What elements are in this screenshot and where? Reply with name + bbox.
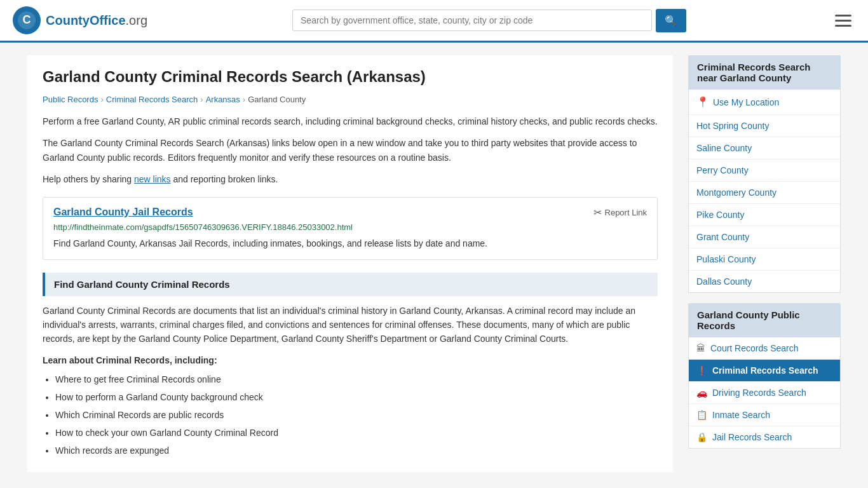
record-type-icon: ❗ bbox=[696, 365, 707, 376]
description-3: Help others by sharing new links and rep… bbox=[43, 172, 658, 186]
record-card-title[interactable]: Garland County Jail Records bbox=[53, 207, 193, 218]
learn-list-item: Which Criminal Records are public record… bbox=[55, 406, 658, 424]
logo-text: CountyOffice.org bbox=[46, 13, 147, 28]
nearby-section: Criminal Records Search near Garland Cou… bbox=[688, 55, 841, 293]
find-section-text: Garland County Criminal Records are docu… bbox=[43, 304, 658, 346]
nearby-county-item[interactable]: Pike County bbox=[689, 204, 840, 226]
public-records-section: Garland County Public Records 🏛Court Rec… bbox=[688, 303, 841, 449]
hamburger-line bbox=[835, 20, 851, 22]
hamburger-menu-button[interactable] bbox=[831, 11, 855, 30]
record-card-description: Find Garland County, Arkansas Jail Recor… bbox=[53, 237, 647, 250]
public-records-item[interactable]: 🔒Jail Records Search bbox=[689, 426, 840, 448]
breadcrumb-arkansas[interactable]: Arkansas bbox=[206, 95, 240, 104]
nearby-county-item[interactable]: Dallas County bbox=[689, 271, 840, 292]
public-records-heading: Garland County Public Records bbox=[688, 303, 841, 337]
learn-list: Where to get free Criminal Records onlin… bbox=[43, 370, 658, 459]
nearby-county-item[interactable]: Grant County bbox=[689, 226, 840, 248]
desc3-prefix: Help others by sharing bbox=[43, 174, 134, 184]
public-records-items: 🏛Court Records Search❗Criminal Records S… bbox=[688, 337, 841, 449]
nearby-county-item[interactable]: Perry County bbox=[689, 159, 840, 182]
record-type-icon: 🚗 bbox=[696, 388, 707, 398]
header: C CountyOffice.org 🔍 bbox=[0, 0, 868, 43]
record-card-url: http://findtheinmate.com/gsapdfs/1565074… bbox=[53, 222, 647, 232]
description-1: Perform a free Garland County, AR public… bbox=[43, 114, 658, 128]
logo-area: C CountyOffice.org bbox=[13, 6, 147, 34]
nearby-items: 📍 Use My Location Hot Spring CountySalin… bbox=[688, 90, 841, 293]
breadcrumb-sep: › bbox=[243, 95, 245, 104]
hamburger-line bbox=[835, 25, 851, 27]
record-type-icon: 🔒 bbox=[696, 432, 707, 442]
report-link-button[interactable]: ✂ Report Link bbox=[593, 207, 647, 219]
page-title: Garland County Criminal Records Search (… bbox=[43, 68, 658, 86]
new-links-link[interactable]: new links bbox=[134, 174, 171, 184]
nearby-list: Hot Spring CountySaline CountyPerry Coun… bbox=[689, 115, 840, 292]
location-pin-icon: 📍 bbox=[696, 96, 709, 108]
learn-list-item: How to check your own Garland County Cri… bbox=[55, 424, 658, 442]
breadcrumb-public-records[interactable]: Public Records bbox=[43, 95, 98, 104]
public-record-link[interactable]: Jail Records Search bbox=[712, 432, 792, 442]
learn-list-item: Where to get free Criminal Records onlin… bbox=[55, 370, 658, 388]
public-records-item[interactable]: 🏛Court Records Search bbox=[689, 337, 840, 360]
breadcrumb-current: Garland County bbox=[248, 95, 306, 104]
learn-list-item: How to perform a Garland County backgrou… bbox=[55, 388, 658, 406]
nearby-county-item[interactable]: Saline County bbox=[689, 137, 840, 159]
nearby-county-item[interactable]: Hot Spring County bbox=[689, 115, 840, 137]
public-record-link[interactable]: Court Records Search bbox=[710, 343, 799, 353]
nearby-county-link[interactable]: Perry County bbox=[696, 165, 749, 175]
use-location-item[interactable]: 📍 Use My Location bbox=[689, 90, 840, 115]
public-record-link[interactable]: Inmate Search bbox=[712, 410, 770, 420]
record-type-icon: 📋 bbox=[696, 410, 707, 420]
learn-title: Learn about Criminal Records, including: bbox=[43, 355, 658, 365]
nearby-heading: Criminal Records Search near Garland Cou… bbox=[688, 55, 841, 90]
nearby-county-item[interactable]: Pulaski County bbox=[689, 248, 840, 271]
hamburger-line bbox=[835, 15, 851, 17]
record-card: Garland County Jail Records ✂ Report Lin… bbox=[43, 197, 658, 260]
desc3-suffix: and reporting broken links. bbox=[171, 174, 278, 184]
breadcrumb-criminal-records[interactable]: Criminal Records Search bbox=[106, 95, 198, 104]
nearby-county-link[interactable]: Saline County bbox=[696, 143, 752, 153]
public-record-link[interactable]: Criminal Records Search bbox=[712, 365, 818, 376]
public-records-item[interactable]: 🚗Driving Records Search bbox=[689, 382, 840, 404]
nearby-county-link[interactable]: Hot Spring County bbox=[696, 121, 769, 131]
scissors-icon: ✂ bbox=[593, 207, 602, 219]
search-area: 🔍 bbox=[292, 9, 686, 32]
svg-text:C: C bbox=[23, 13, 31, 26]
nearby-county-link[interactable]: Grant County bbox=[696, 232, 749, 242]
logo-icon: C bbox=[13, 6, 41, 34]
nearby-county-item[interactable]: Montgomery County bbox=[689, 182, 840, 204]
find-section-header: Find Garland County Criminal Records bbox=[43, 273, 658, 296]
content-area: Garland County Criminal Records Search (… bbox=[27, 55, 673, 472]
search-button[interactable]: 🔍 bbox=[656, 9, 686, 32]
breadcrumb-sep: › bbox=[200, 95, 203, 104]
public-records-item[interactable]: ❗Criminal Records Search bbox=[689, 360, 840, 382]
public-record-link[interactable]: Driving Records Search bbox=[712, 388, 806, 398]
record-card-header: Garland County Jail Records ✂ Report Lin… bbox=[53, 207, 647, 219]
nearby-county-link[interactable]: Pulaski County bbox=[696, 254, 756, 264]
report-link-label: Report Link bbox=[605, 208, 647, 217]
search-input[interactable] bbox=[292, 10, 652, 31]
nearby-county-link[interactable]: Dallas County bbox=[696, 276, 752, 287]
sidebar: Criminal Records Search near Garland Cou… bbox=[688, 55, 841, 472]
breadcrumb-sep: › bbox=[100, 95, 103, 104]
record-type-icon: 🏛 bbox=[696, 343, 705, 353]
nearby-county-link[interactable]: Montgomery County bbox=[696, 187, 776, 198]
description-2: The Garland County Criminal Records Sear… bbox=[43, 136, 658, 165]
breadcrumb: Public Records › Criminal Records Search… bbox=[43, 95, 658, 104]
main-layout: Garland County Criminal Records Search (… bbox=[15, 43, 853, 485]
public-records-item[interactable]: 📋Inmate Search bbox=[689, 404, 840, 426]
use-location-link[interactable]: Use My Location bbox=[713, 97, 779, 107]
learn-list-item: Which records are expunged bbox=[55, 442, 658, 459]
nearby-county-link[interactable]: Pike County bbox=[696, 210, 744, 220]
